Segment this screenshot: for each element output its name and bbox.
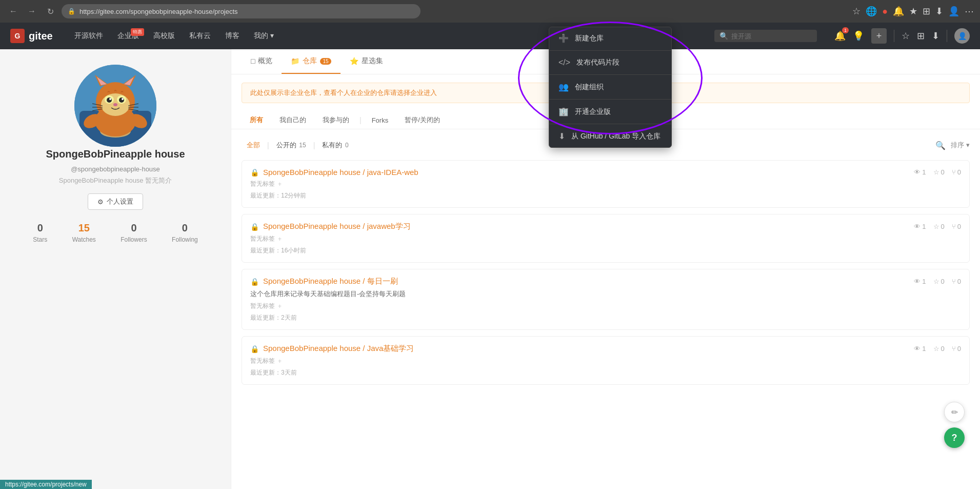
stat-followers-num: 0 — [131, 222, 136, 234]
tab-overview[interactable]: □ 概览 — [242, 49, 282, 74]
nav-private-cloud[interactable]: 私有云 — [183, 28, 217, 44]
back-button[interactable]: ← — [6, 4, 21, 18]
eye-icon-2: 👁 — [914, 278, 921, 285]
apps-icon[interactable]: ⊞ — [923, 6, 930, 17]
grid-icon[interactable]: ⊞ — [917, 30, 925, 42]
chromium-icon[interactable]: ● — [882, 6, 888, 17]
repo-count-badge: 15 — [320, 58, 331, 65]
repo-lock-icon-3: 🔒 — [250, 345, 259, 353]
dropdown-new-repo[interactable]: ➕ 新建仓库 — [549, 27, 671, 49]
repo-update-1: 最近更新：16小时前 — [250, 246, 961, 255]
nav-opensource[interactable]: 开源软件 — [68, 28, 109, 44]
subtab-mine[interactable]: 我自己的 — [271, 111, 314, 129]
dropdown-snippet[interactable]: </> 发布代码片段 — [549, 52, 671, 73]
repo-tags-placeholder-0: 暂无标签 — [250, 180, 275, 188]
repo-tags-placeholder-2: 暂无标签 — [250, 302, 275, 310]
star-icon-1: ☆ — [933, 223, 939, 230]
star-icon-0: ☆ — [933, 168, 939, 176]
search-icon: 🔍 — [719, 32, 728, 40]
repo-link-0[interactable]: 🔒 SpongeBobPineapple house / java-IDEA-w… — [250, 168, 418, 177]
filter-search-icon[interactable]: 🔍 — [935, 141, 946, 150]
repo-tag-add-2[interactable]: + — [278, 303, 282, 310]
dropdown-create-org[interactable]: 👥 创建组织 — [549, 76, 671, 98]
stat-followers[interactable]: 0 Followers — [121, 222, 147, 243]
subtab-forks[interactable]: Forks — [364, 112, 397, 128]
user-menu-avatar[interactable]: 👤 — [954, 28, 970, 44]
repo-stats-3: 👁 1 ☆ 0 ⑂ 0 — [914, 345, 961, 353]
bookmark-icon[interactable]: ★ — [909, 6, 917, 17]
enterprise-icon: 🏢 — [558, 107, 569, 116]
profile-avatar — [74, 65, 156, 147]
profile-name: SpongeBobPineapple house — [46, 147, 185, 161]
fork-icon-1: ⑂ — [952, 223, 956, 230]
profile-icon[interactable]: 🌐 — [866, 6, 877, 17]
stat-following[interactable]: 0 Following — [172, 222, 198, 243]
import-icon: ⬇ — [558, 131, 565, 141]
filter-private-label: 私有的 — [322, 141, 342, 149]
subtab-paused[interactable]: 暂停/关闭的 — [396, 111, 448, 129]
filter-public[interactable]: 公开的 15 — [271, 139, 311, 152]
repo-update-3: 最近更新：3天前 — [250, 368, 961, 377]
edit-button[interactable]: ✏ — [944, 402, 965, 422]
download-nav-icon[interactable]: ⬇ — [932, 30, 939, 42]
reload-button[interactable]: ↻ — [43, 4, 57, 18]
forward-button[interactable]: → — [25, 4, 39, 18]
dropdown-create-org-label: 创建组织 — [575, 83, 604, 92]
filter-all[interactable]: 全部 — [242, 139, 265, 152]
main-layout: SpongeBobPineapple house @spongebobpinea… — [0, 49, 980, 489]
notification-icon[interactable]: 🔔 1 — [834, 30, 846, 42]
eye-icon-3: 👁 — [914, 345, 921, 353]
repo-tag-add-1[interactable]: + — [278, 236, 282, 243]
stat-stars[interactable]: 0 Stars — [33, 222, 47, 243]
dropdown-enterprise-label: 开通企业版 — [575, 107, 611, 116]
plus-button[interactable]: + — [871, 28, 887, 44]
star-nav-icon[interactable]: ☆ — [902, 30, 910, 42]
subtab-divider: | — [357, 116, 364, 124]
nav-mine[interactable]: 我的 ▾ — [248, 28, 280, 44]
repo-item-header: 🔒 SpongeBobPineapple house / java-IDEA-w… — [250, 168, 961, 177]
nav-enterprise[interactable]: 企业版 特惠 — [111, 28, 145, 44]
top-nav-icons: 🔔 1 💡 + ☆ ⊞ ⬇ 👤 — [834, 28, 970, 44]
subtab-all[interactable]: 所有 — [242, 111, 271, 129]
profile-settings-button[interactable]: ⚙ 个人设置 — [88, 193, 143, 210]
repo-link-2[interactable]: 🔒 SpongeBobPineapple house / 每日一刷 — [250, 277, 398, 286]
filter-private[interactable]: 私有的 0 — [317, 139, 353, 152]
avatar-image — [74, 65, 156, 147]
repo-item-2: 🔒 SpongeBobPineapple house / 每日一刷 👁 1 ☆ … — [242, 269, 970, 330]
tab-stars[interactable]: ⭐ 星选集 — [341, 49, 392, 74]
address-bar[interactable]: 🔒 https://gitee.com/spongebobpineapple-h… — [62, 4, 421, 18]
stat-watches-label: Watches — [72, 236, 96, 243]
repo-tag-add-0[interactable]: + — [278, 181, 282, 188]
filter-public-label: 公开的 — [276, 141, 296, 149]
repo-tab-icon: 📁 — [291, 57, 299, 65]
dropdown-new-repo-label: 新建仓库 — [575, 34, 604, 43]
tab-repos[interactable]: 📁 仓库 15 — [282, 49, 340, 74]
repo-link-1[interactable]: 🔒 SpongeBobPineapple house / javaweb学习 — [250, 222, 411, 231]
dropdown-menu: ➕ 新建仓库 </> 发布代码片段 👥 创建组织 🏢 开通企业版 ⬇ 从 Git… — [549, 27, 672, 148]
repo-tag-add-3[interactable]: + — [278, 358, 282, 365]
dropdown-divider-3 — [549, 99, 671, 100]
nav-blog[interactable]: 博客 — [219, 28, 246, 44]
stat-stars-num: 0 — [37, 222, 43, 234]
subtab-participated[interactable]: 我参与的 — [314, 111, 357, 129]
stat-watches[interactable]: 15 Watches — [72, 222, 96, 243]
lightbulb-icon[interactable]: 💡 — [853, 30, 864, 42]
dropdown-enterprise[interactable]: 🏢 开通企业版 — [549, 101, 671, 123]
help-button[interactable]: ? — [944, 427, 965, 448]
reward-icon[interactable]: 🔔 — [893, 6, 904, 17]
repo-item-header-2: 🔒 SpongeBobPineapple house / 每日一刷 👁 1 ☆ … — [250, 277, 961, 286]
tab-repos-label: 仓库 — [303, 56, 317, 66]
search-input[interactable] — [731, 32, 812, 40]
nav-university[interactable]: 高校版 — [147, 28, 181, 44]
sort-dropdown[interactable]: 排序 ▾ — [951, 141, 970, 150]
extensions-icon[interactable]: ☆ — [852, 6, 861, 17]
profile-username: @spongebobpineapple-house — [71, 165, 160, 173]
gitee-logo[interactable]: G gitee — [10, 29, 53, 43]
svg-point-16 — [119, 97, 124, 103]
dropdown-import[interactable]: ⬇ 从 GitHub / GitLab 导入仓库 — [549, 125, 671, 147]
more-icon[interactable]: ⋯ — [965, 6, 974, 17]
stat-watches-num: 15 — [78, 222, 90, 234]
repo-link-3[interactable]: 🔒 SpongeBobPineapple house / Java基础学习 — [250, 344, 414, 354]
download-icon[interactable]: ⬇ — [935, 6, 943, 17]
user-avatar-icon[interactable]: 👤 — [948, 6, 959, 17]
